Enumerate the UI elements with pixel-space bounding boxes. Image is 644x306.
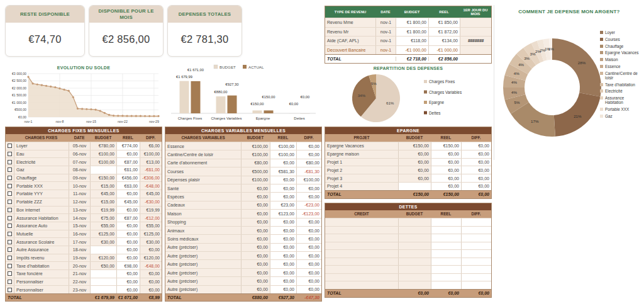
table-row: Shopping€0,00€0,00€0,00 [165, 218, 321, 226]
column-header: REEL [431, 212, 461, 217]
cell-date: 06-nov [69, 150, 90, 158]
cell-label: Portable ZZZ [14, 198, 69, 206]
table-row: Autre (préciser)€0,00€0,00€0,00 [165, 276, 321, 285]
cell-diff [461, 250, 491, 258]
svg-text:5%: 5% [514, 100, 520, 105]
total-label: TOTAL [6, 295, 90, 300]
table-row: Portable XXX10-nov€15,00€63,00-€48,00 [6, 181, 162, 190]
cell-reel [431, 234, 461, 242]
legend-item: Epargne Vacances [600, 50, 643, 55]
cell-diff: €19,99 [140, 207, 162, 214]
cell-reel: €0,00 [116, 238, 140, 246]
table-row: Cadeaux€0,00€23,00-€23,00 [165, 201, 321, 209]
total-label: TOTAL [325, 291, 398, 295]
cell-reel: €0,00 [270, 176, 296, 184]
cell-budget: €0,00 [241, 193, 270, 200]
chart-title: COMMENT JE DEPENSE MON ARGENT? [494, 9, 644, 14]
cell-date: 11-nov [69, 190, 90, 198]
cell-diff: €100,00 [296, 176, 321, 184]
legend-swatch [600, 83, 603, 86]
legend-swatch [600, 31, 603, 34]
checkbox[interactable] [8, 216, 12, 220]
checkbox[interactable] [8, 264, 12, 268]
legend-item: Gaz [600, 114, 643, 118]
checkbox[interactable] [8, 224, 12, 228]
legend-swatch [600, 115, 603, 118]
table-row: Santé€0,00€0,00€0,00 [165, 184, 321, 192]
checkbox[interactable] [8, 247, 12, 252]
checkbox[interactable] [8, 144, 12, 148]
checkbox[interactable] [8, 208, 12, 212]
total-diff: -€47,30 [296, 295, 321, 300]
cell-reel [431, 274, 461, 281]
svg-text:€150,00: €150,00 [251, 102, 264, 106]
table-row [325, 242, 491, 250]
table-row: Personnaliser23-nov€0,00€0,00 [6, 285, 162, 293]
cell-reel: €0,00 [116, 254, 140, 262]
column-header: CHARGES VARIABLES [165, 136, 241, 140]
cell-budget: €0,00 [241, 227, 270, 234]
svg-text:nov-15: nov-15 [86, 120, 96, 123]
checkbox[interactable] [8, 152, 12, 156]
checkbox[interactable] [8, 184, 12, 188]
svg-text:€3 000,00: €3 000,00 [12, 72, 26, 76]
cell-diff: -€48,00 [140, 262, 162, 269]
checkbox[interactable] [8, 271, 12, 276]
cell-diff: €0,00 [296, 150, 321, 158]
total-label: TOTAL [165, 295, 241, 300]
cell-budget: €15,00 [90, 182, 116, 190]
cell-label: Projet 1 [325, 159, 398, 166]
table-row: Dépenses plaisir€100,00€0,00€100,00 [165, 176, 321, 184]
cell-reel: €0,00 [116, 270, 140, 278]
legend-swatch [600, 89, 603, 93]
cell-diff: €0,00 [296, 286, 321, 293]
legend-item: Taxe d'habitation [600, 82, 643, 87]
cell-budget: €80,00 [241, 159, 270, 167]
checkbox[interactable] [8, 176, 12, 180]
table-row: Carte d'abonnement€80,00€0,00€80,00 [165, 159, 321, 167]
checkbox[interactable] [8, 200, 12, 204]
checkbox[interactable] [8, 232, 12, 236]
cell-label: Projet 4 [325, 183, 398, 190]
column-header: CHARGES FIXES [14, 136, 69, 140]
table-row: Assurance Scolaire17-nov€30,00€0,00€30,0… [6, 237, 162, 246]
checkbox-cell [6, 207, 14, 214]
checkbox[interactable] [8, 167, 12, 172]
column-header: BUDGET [396, 10, 428, 14]
checkbox[interactable] [8, 256, 12, 260]
table-total-row: TOTAL€880,00€927,30-€47,30 [165, 293, 321, 301]
cell-budget [398, 183, 431, 190]
cell-diff [461, 274, 491, 281]
cell-budget: €150,00 [90, 174, 116, 182]
savings-table: EPARGNEPROJETBUDGETREELDIFF.Epargne Vaca… [325, 127, 492, 199]
spending-panel: COMMENT JE DEPENSE MON ARGENT? 28%21%17%… [494, 0, 644, 306]
svg-text:€1 671,00: €1 671,00 [187, 68, 204, 72]
cell-diff: -€81,30 [296, 167, 321, 175]
cell-label [325, 234, 398, 242]
checkbox-cell [6, 222, 14, 230]
checkbox[interactable] [8, 191, 12, 196]
table-row: Portable YYY11-nov€45,00€0,00€45,00 [6, 190, 162, 198]
cell-budget: €55,00 [90, 222, 116, 230]
column-header: TYPE DE REVENU [325, 10, 375, 14]
cell-date: nov-1 [375, 46, 396, 55]
svg-text:nov-29: nov-29 [149, 120, 159, 123]
cell-budget: €0,00 [241, 260, 270, 268]
cell-diff: €45,00 [140, 190, 162, 198]
cell-budget: €500,00 [241, 167, 270, 175]
cell-label: Gaz [14, 166, 69, 174]
svg-text:1%: 1% [548, 47, 554, 51]
checkbox[interactable] [8, 280, 12, 284]
cell-reel: €0,00 [270, 252, 296, 259]
checkbox[interactable] [8, 160, 12, 164]
cell-first-day: ####### [460, 37, 491, 45]
checkbox[interactable] [8, 288, 12, 292]
cell-diff: -€23,00 [296, 201, 321, 209]
checkbox[interactable] [8, 240, 12, 244]
cell-budget [398, 218, 431, 226]
checkbox-cell [6, 278, 14, 286]
cell-diff: €0,00 [296, 277, 321, 285]
checkbox-cell [6, 182, 14, 190]
cell-label: Shopping [165, 218, 241, 226]
cell-budget: €19,99 [90, 207, 116, 214]
